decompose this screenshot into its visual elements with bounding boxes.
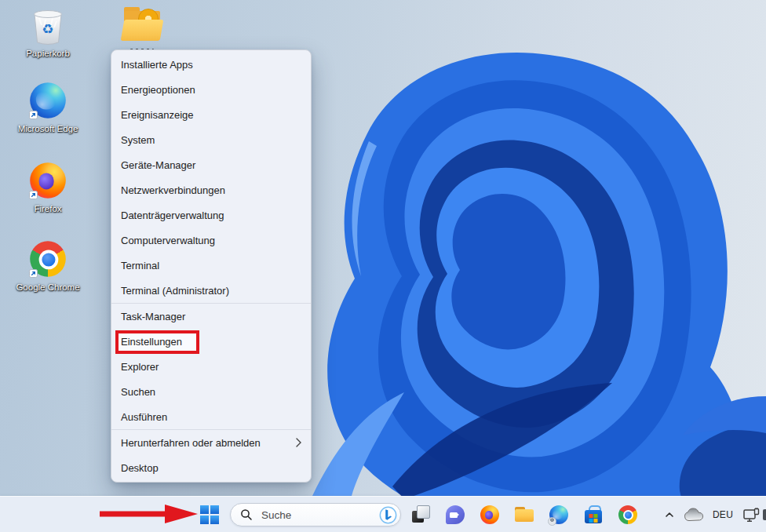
- menu-item-label: Terminal: [121, 260, 159, 271]
- search-input[interactable]: [260, 508, 379, 522]
- edge-icon: [27, 80, 68, 121]
- menu-item-ereignisanzeige[interactable]: Ereignisanzeige: [111, 102, 311, 127]
- menu-group-2: Task-ManagerEinstellungenExplorerSuchenA…: [111, 303, 311, 429]
- svg-text:♻: ♻: [42, 21, 53, 37]
- menu-item-installierte-apps[interactable]: Installierte Apps: [111, 52, 311, 77]
- chrome-icon: [27, 239, 68, 279]
- menu-item-suchen[interactable]: Suchen: [111, 379, 311, 404]
- folder-icon: [515, 506, 534, 523]
- taskbar-app-google-chrome[interactable]: [612, 499, 644, 530]
- menu-item-system[interactable]: System: [111, 127, 311, 152]
- chevron-up-icon: [664, 509, 675, 520]
- menu-item-label: Herunterfahren oder abmelden: [121, 437, 261, 449]
- task-view-icon: [411, 505, 430, 524]
- recycle-bin-icon: ♻: [27, 5, 68, 46]
- desktop-icon-label: Google Chrome: [16, 282, 79, 292]
- search-icon: [240, 508, 253, 521]
- menu-item-label: Installierte Apps: [121, 59, 193, 71]
- taskbar-app-microsoft-edge[interactable]: [543, 499, 574, 530]
- language-label: DEU: [713, 509, 733, 520]
- submenu-chevron-icon: [296, 438, 301, 447]
- menu-item-terminal-administrator-[interactable]: Terminal (Administrator): [111, 278, 311, 303]
- menu-item-label: Terminal (Administrator): [121, 285, 229, 297]
- desktop-icon-firefox[interactable]: Firefox: [15, 160, 81, 213]
- monitor-plug-icon: [743, 508, 761, 523]
- shortcut-arrow-icon: [29, 111, 38, 119]
- menu-item-geräte-manager[interactable]: Geräte-Manager: [111, 152, 311, 177]
- windows-desktop: ♻PapierkorbMicrosoft EdgeFirefoxGoogle C…: [0, 0, 766, 532]
- menu-item-label: Einstellungen: [121, 336, 182, 348]
- menu-item-einstellungen[interactable]: Einstellungen: [111, 329, 311, 354]
- bing-chat-icon[interactable]: [379, 506, 397, 524]
- tray-hardware-button[interactable]: [741, 499, 763, 530]
- menu-item-terminal[interactable]: Terminal: [111, 253, 311, 278]
- desktop-icon-microsoft-edge[interactable]: Microsoft Edge: [15, 80, 81, 133]
- taskbar: DEU: [0, 496, 766, 532]
- firefox-icon: [480, 505, 499, 524]
- menu-item-label: System: [121, 134, 155, 146]
- folder-open-icon: [122, 4, 162, 45]
- desktop-icon-label: Firefox: [34, 204, 61, 213]
- chat-icon: [446, 505, 465, 524]
- taskbar-app-file-explorer[interactable]: [509, 499, 540, 530]
- taskbar-app-firefox[interactable]: [474, 499, 505, 530]
- shortcut-arrow-icon: [29, 269, 38, 278]
- tray-onedrive-button[interactable]: [680, 499, 707, 530]
- desktop-icon-google-chrome[interactable]: Google Chrome: [15, 239, 81, 292]
- tray-show-hidden-icons-button[interactable]: [658, 499, 680, 530]
- menu-item-label: Netzwerkverbindungen: [121, 184, 225, 196]
- menu-item-task-manager[interactable]: Task-Manager: [111, 304, 311, 329]
- menu-group-1: Installierte AppsEnergieoptionenEreignis…: [111, 52, 311, 303]
- menu-item-netzwerkverbindungen[interactable]: Netzwerkverbindungen: [111, 177, 311, 202]
- menu-item-label: Ausführen: [121, 411, 167, 423]
- tray-language-indicator[interactable]: DEU: [708, 499, 738, 530]
- chrome-icon: [618, 505, 637, 524]
- menu-item-computerverwaltung[interactable]: Computerverwaltung: [111, 228, 311, 253]
- menu-item-label: Desktop: [121, 462, 159, 474]
- tray-clipped-icon: [763, 509, 766, 520]
- menu-item-energieoptionen[interactable]: Energieoptionen: [111, 77, 311, 102]
- firefox-icon: [27, 160, 68, 201]
- taskbar-app-icons: [405, 499, 644, 530]
- desktop-icon-label: Microsoft Edge: [18, 124, 78, 133]
- menu-item-herunterfahren-oder-abmelden[interactable]: Herunterfahren oder abmelden: [111, 430, 311, 455]
- menu-item-desktop[interactable]: Desktop: [111, 455, 311, 480]
- desktop-icon-folder[interactable]: [109, 4, 175, 52]
- menu-item-datenträgerverwaltung[interactable]: Datenträgerverwaltung: [111, 202, 311, 228]
- desktop-icon-papierkorb[interactable]: ♻Papierkorb: [15, 5, 81, 58]
- desktop-icon-label: Papierkorb: [26, 49, 70, 58]
- menu-item-explorer[interactable]: Explorer: [111, 354, 311, 379]
- menu-item-label: Energieoptionen: [121, 84, 195, 96]
- windows-logo-icon: [200, 505, 219, 524]
- taskbar-search-box[interactable]: [230, 503, 401, 527]
- menu-item-label: Datenträgerverwaltung: [121, 210, 224, 221]
- menu-item-label: Ereignisanzeige: [121, 109, 194, 121]
- edge-profile-icon: [549, 505, 568, 524]
- start-button[interactable]: [194, 499, 225, 530]
- store-icon: [584, 505, 603, 524]
- shortcut-arrow-icon: [29, 191, 38, 199]
- taskbar-app-chat[interactable]: [440, 499, 471, 530]
- menu-item-label: Suchen: [121, 386, 155, 398]
- menu-item-label: Geräte-Manager: [121, 159, 195, 171]
- menu-item-label: Task-Manager: [121, 311, 185, 322]
- cloud-icon: [684, 508, 704, 522]
- menu-group-3: Herunterfahren oder abmeldenDesktop: [111, 429, 311, 480]
- menu-item-label: Computerverwaltung: [121, 235, 215, 246]
- taskbar-app-microsoft-store[interactable]: [578, 499, 609, 530]
- winx-context-menu: Installierte AppsEnergieoptionenEreignis…: [111, 49, 312, 483]
- menu-item-ausführen[interactable]: Ausführen: [111, 404, 311, 429]
- menu-item-label: Explorer: [121, 361, 159, 373]
- taskbar-app-task-view[interactable]: [405, 499, 436, 530]
